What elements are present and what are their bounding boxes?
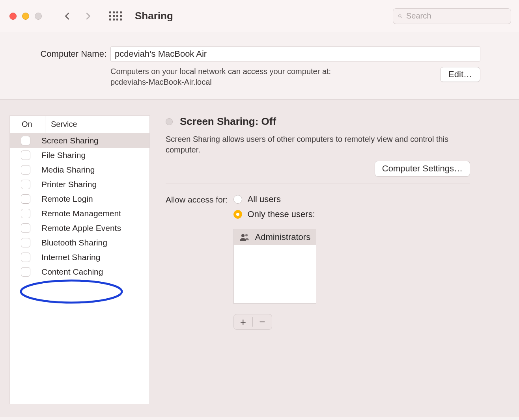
service-checkbox[interactable] xyxy=(21,253,30,262)
service-row[interactable]: Content Caching xyxy=(10,264,149,279)
svg-point-2 xyxy=(21,281,122,303)
radio-button-icon xyxy=(233,210,242,219)
footer-area: ? xyxy=(0,416,519,420)
services-header-on: On xyxy=(10,116,45,133)
service-label: Printer Sharing xyxy=(41,180,97,189)
chevron-right-icon xyxy=(84,12,92,20)
service-description: Screen Sharing allows users of other com… xyxy=(166,134,470,155)
service-row[interactable]: Media Sharing xyxy=(10,162,149,177)
service-label: Remote Management xyxy=(41,209,121,218)
service-checkbox[interactable] xyxy=(21,180,30,189)
service-label: File Sharing xyxy=(41,151,86,160)
allowed-users-list[interactable]: Administrators xyxy=(233,229,317,304)
user-row-label: Administrators xyxy=(255,232,311,242)
search-field-wrap[interactable] xyxy=(393,8,511,24)
service-label: Screen Sharing xyxy=(41,136,99,145)
service-row[interactable]: Screen Sharing xyxy=(10,133,149,148)
forward-button[interactable] xyxy=(81,9,95,23)
window-controls xyxy=(9,13,42,20)
service-checkbox[interactable] xyxy=(21,209,30,218)
service-label: Content Caching xyxy=(41,267,103,277)
computer-name-label: Computer Name: xyxy=(28,46,106,59)
svg-line-1 xyxy=(401,17,401,17)
service-row[interactable]: Printer Sharing xyxy=(10,177,149,191)
status-indicator-icon xyxy=(166,118,173,125)
service-label: Remote Apple Events xyxy=(41,223,121,233)
divider xyxy=(166,184,470,184)
service-checkbox[interactable] xyxy=(21,238,30,247)
service-checkbox[interactable] xyxy=(21,223,30,233)
radio-only-these-users-label: Only these users: xyxy=(248,209,315,219)
computer-settings-button[interactable]: Computer Settings… xyxy=(375,161,470,177)
service-status-title: Screen Sharing: Off xyxy=(180,115,276,128)
access-radio-group: All users Only these users: Administrato… xyxy=(233,194,317,330)
allow-access-label: Allow access for: xyxy=(166,194,228,204)
services-panel: On Service Screen SharingFile SharingMed… xyxy=(9,115,150,404)
search-icon xyxy=(398,12,402,20)
service-row[interactable]: Remote Login xyxy=(10,191,149,206)
computer-name-section: Computer Name: pcdeviah’s MacBook Air Co… xyxy=(0,32,519,99)
add-user-button[interactable]: + xyxy=(234,314,253,329)
back-button[interactable] xyxy=(61,9,74,23)
svg-point-0 xyxy=(399,15,401,17)
services-header: On Service xyxy=(10,116,149,133)
computer-name-value: pcdeviah’s MacBook Air xyxy=(115,49,207,59)
service-label: Media Sharing xyxy=(41,165,95,175)
close-window-button[interactable] xyxy=(9,13,17,20)
computer-name-hint: Computers on your local network can acce… xyxy=(110,66,436,87)
edit-hostname-button[interactable]: Edit… xyxy=(440,67,480,82)
annotation-oval xyxy=(18,279,125,304)
list-item[interactable]: Administrators xyxy=(234,229,316,245)
radio-all-users-label: All users xyxy=(248,194,281,204)
svg-point-4 xyxy=(245,234,248,236)
users-group-icon xyxy=(239,233,250,241)
service-status-row: Screen Sharing: Off xyxy=(166,115,470,128)
radio-only-these-users[interactable]: Only these users: xyxy=(233,209,317,219)
computer-name-field[interactable]: pcdeviah’s MacBook Air xyxy=(110,46,480,61)
services-header-service: Service xyxy=(45,120,77,129)
service-row[interactable]: File Sharing xyxy=(10,148,149,162)
minimize-window-button[interactable] xyxy=(22,13,29,20)
radio-all-users[interactable]: All users xyxy=(233,194,317,204)
service-label: Bluetooth Sharing xyxy=(41,238,107,247)
service-checkbox[interactable] xyxy=(21,136,30,145)
service-checkbox[interactable] xyxy=(21,151,30,160)
radio-button-icon xyxy=(233,195,242,204)
service-detail: Screen Sharing: Off Screen Sharing allow… xyxy=(166,115,510,404)
zoom-window-button[interactable] xyxy=(35,13,42,20)
services-list: Screen SharingFile SharingMedia SharingP… xyxy=(10,133,149,279)
chevron-left-icon xyxy=(63,12,72,20)
main-content: On Service Screen SharingFile SharingMed… xyxy=(0,99,519,416)
svg-point-3 xyxy=(241,234,245,237)
remove-user-button[interactable]: − xyxy=(253,314,272,329)
search-input[interactable] xyxy=(406,11,506,20)
service-row[interactable]: Internet Sharing xyxy=(10,250,149,264)
service-row[interactable]: Remote Management xyxy=(10,206,149,221)
service-checkbox[interactable] xyxy=(21,267,30,277)
service-checkbox[interactable] xyxy=(21,194,30,204)
service-row[interactable]: Remote Apple Events xyxy=(10,221,149,235)
service-label: Internet Sharing xyxy=(41,253,100,262)
allow-access-row: Allow access for: All users Only these u… xyxy=(166,194,470,330)
add-remove-group: + − xyxy=(233,314,272,330)
pane-title: Sharing xyxy=(135,10,173,22)
service-checkbox[interactable] xyxy=(21,165,30,175)
toolbar: Sharing xyxy=(0,0,519,32)
show-all-prefs-button[interactable] xyxy=(110,10,121,22)
service-label: Remote Login xyxy=(41,194,93,204)
service-row[interactable]: Bluetooth Sharing xyxy=(10,235,149,250)
